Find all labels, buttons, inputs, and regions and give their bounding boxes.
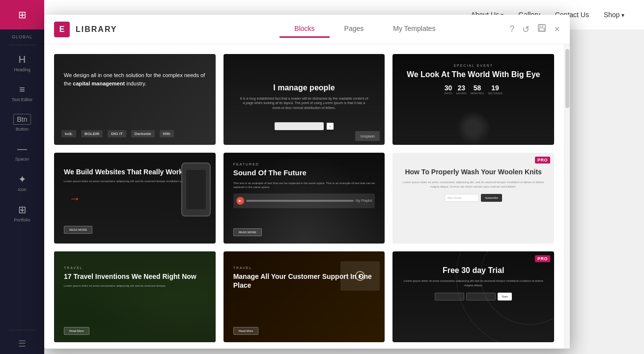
template-grid-scroll[interactable]: We design all in one tech solution for t… [44, 44, 564, 349]
template-grid: We design all in one tech solution for t… [54, 54, 554, 349]
icon-widget-icon: ✦ [18, 173, 27, 185]
card-5-subtitle: This text is an example of text that can… [233, 181, 375, 190]
spacer-label: Spacer [15, 157, 29, 162]
template-card-3[interactable]: SPECIAL EVENT We Look At The World With … [392, 54, 554, 145]
card-3-content: SPECIAL EVENT We Look At The World With … [405, 64, 542, 95]
help-icon[interactable]: ? [509, 24, 514, 34]
card-9-content: Free 30 day Trial Lorem ipsum dolor sit … [402, 266, 544, 300]
counter-seconds-label: SECONDS [488, 92, 503, 95]
card-8-image: ▶ [340, 261, 380, 291]
tab-pages[interactable]: Pages [330, 21, 379, 38]
counter-minutes-num: 58 [471, 84, 484, 92]
template-card-4[interactable]: → We Build Websites That Really Works. L… [54, 153, 216, 244]
sidebar-widget-spacer[interactable]: — Spacer [0, 137, 44, 167]
card-6-email-input[interactable]: Your Email [445, 194, 479, 202]
sidebar-widget-button[interactable]: Btn Button [0, 108, 44, 137]
modal-header-actions: ? ↺ × [509, 24, 560, 35]
modal-tabs: Blocks Pages My Templates [220, 21, 509, 38]
counter-minutes: 58 MINUTES [471, 84, 484, 95]
refresh-icon[interactable]: ↺ [522, 24, 530, 35]
template-card-9[interactable]: PRO Free 30 day Trial Lorem ipsum dolor … [392, 251, 554, 342]
template-card-5[interactable]: FEATURED Sound Of The Future This text i… [224, 153, 385, 244]
grid-icon: ⊞ [18, 9, 27, 21]
card-9-submit-btn[interactable]: Start [498, 293, 512, 300]
card-4-readmore-btn[interactable]: READ MORE [64, 226, 92, 234]
card-6-form: Your Email Subscribe [402, 194, 544, 202]
nav-shop[interactable]: Shop [604, 11, 624, 19]
sidebar-widget-text-editor[interactable]: ≡ Text Editor [0, 78, 44, 108]
card-9-title: Free 30 day Trial [402, 266, 544, 275]
sidebar-divider-2 [9, 330, 35, 330]
card-8-readmore-btn[interactable]: Read More [233, 327, 259, 335]
card-6-content: How To Properly Wash Your Woolen Knits L… [402, 167, 544, 202]
card-1-title: We design all in one tech solution for t… [64, 72, 205, 86]
card-7-content: TRAVEL 17 Travel Inventions We Need Righ… [64, 266, 206, 288]
counter-hours: 23 HOURS [456, 84, 467, 95]
card-6-bg: PRO How To Properly Wash Your Woolen Kni… [392, 153, 554, 244]
card-2-search-input [275, 122, 324, 130]
card-2-content: I manage people It is a long established… [240, 83, 369, 110]
card-9-subtitle: Lorem ipsum dolor sit amet consectetur a… [402, 279, 544, 288]
sidebar-top[interactable]: ⊞ [0, 0, 44, 29]
portfolio-icon: ⊞ [18, 204, 27, 216]
counter-days-label: DAYS [445, 92, 452, 95]
card-2-subtitle: It is a long established fact that a rea… [240, 96, 369, 110]
card-3-counter: 30 DAYS 23 HOURS 58 MINUTES [405, 84, 542, 95]
sidebar-bottom[interactable]: ☰ [18, 333, 26, 354]
music-progress [246, 200, 354, 202]
card-6-submit-btn[interactable]: Subscribe [481, 194, 502, 202]
text-editor-label: Text Editor [12, 97, 33, 102]
logo-ko: ko$. [61, 130, 76, 137]
card-7-subtitle: Lorem ipsum dolor sit amet consectetur a… [64, 284, 206, 288]
scroll-thumb[interactable] [565, 49, 569, 108]
card-5-title: Sound Of The Future [233, 168, 375, 177]
card-7-readmore-btn[interactable]: Read More [64, 327, 89, 335]
portfolio-label: Portfolio [14, 218, 30, 222]
tab-blocks-label: Blocks [294, 25, 314, 32]
button-label: Button [16, 127, 28, 132]
sidebar-widget-icon[interactable]: ✦ Icon [0, 167, 44, 198]
close-modal-button[interactable]: × [554, 24, 560, 35]
logo-darkside: Darkside [131, 130, 155, 137]
modal-logo: E [54, 22, 70, 37]
card-2-title: I manage people [240, 83, 369, 92]
button-icon: Btn [13, 114, 30, 125]
counter-days-num: 30 [445, 84, 452, 92]
pro-badge-6: PRO [535, 157, 550, 163]
counter-days: 30 DAYS [445, 84, 452, 95]
card-9-email-input[interactable] [466, 293, 496, 300]
card-7-title: 17 Travel Inventions We Need Right Now [64, 272, 206, 281]
counter-hours-label: HOURS [456, 92, 467, 95]
heading-label: Heading [14, 67, 30, 72]
sidebar-widget-heading[interactable]: H Heading [0, 48, 44, 78]
card-8-play-btn: ▶ [355, 271, 365, 281]
template-card-7[interactable]: TRAVEL 17 Travel Inventions We Need Righ… [54, 251, 216, 342]
text-editor-icon: ≡ [19, 84, 25, 95]
tab-my-templates-label: My Templates [393, 25, 435, 32]
counter-hours-num: 23 [456, 84, 467, 92]
icon-label: Icon [18, 187, 26, 192]
modal-title: LIBRARY [76, 25, 220, 34]
elementor-icon: E [59, 25, 65, 34]
modal-content: We design all in one tech solution for t… [44, 44, 570, 349]
card-5-readmore-btn[interactable]: READ MORE [233, 228, 262, 236]
svg-rect-2 [539, 28, 544, 31]
card-7-bg: TRAVEL 17 Travel Inventions We Need Righ… [54, 251, 216, 342]
template-card-8[interactable]: TRAVEL Manage All Your Customer Support … [224, 251, 385, 342]
save-template-icon[interactable] [537, 24, 546, 35]
counter-minutes-label: MINUTES [471, 92, 484, 95]
template-card-6[interactable]: PRO How To Properly Wash Your Woolen Kni… [392, 153, 554, 244]
template-card-2[interactable]: I manage people It is a long established… [224, 54, 385, 145]
card-9-name-input[interactable] [435, 293, 464, 300]
sidebar-widget-portfolio[interactable]: ⊞ Portfolio [0, 198, 44, 228]
counter-seconds: 19 SECONDS [488, 84, 503, 95]
template-card-1[interactable]: We design all in one tech solution for t… [54, 54, 216, 145]
scroll-track[interactable] [564, 44, 570, 349]
tab-my-templates[interactable]: My Templates [378, 21, 450, 38]
modal-header: E LIBRARY Blocks Pages My Templates ? ↺ [44, 15, 570, 44]
tab-blocks[interactable]: Blocks [280, 21, 329, 38]
logo-fifth: fifth [160, 130, 174, 137]
counter-seconds-num: 19 [488, 84, 503, 92]
arrow-indicator: → [69, 191, 81, 205]
save-icon-svg [537, 24, 546, 32]
